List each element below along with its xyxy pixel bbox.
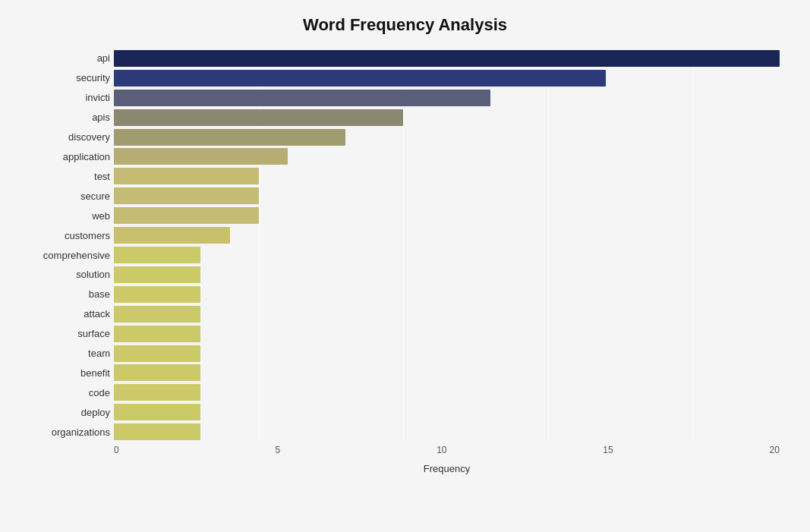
bar-label: customers [15,230,110,241]
bar-row: code [114,382,780,402]
bar-label: apis [15,112,110,123]
bar [114,168,259,184]
bar-row: customers [114,225,780,245]
bar-row: apis [114,108,780,127]
bar-label: application [15,151,110,162]
bar-row: comprehensive [114,245,780,265]
bar-row: web [114,206,780,225]
bar [114,148,288,165]
bar-row: base [114,285,780,304]
bar-row: test [114,166,780,186]
bar [114,404,200,420]
bar [114,286,200,303]
bar-row: deploy [114,402,780,422]
bar-row: api [114,49,780,68]
chart-title: Word Frequency Analysis [15,15,795,35]
x-tick-label: 15 [603,445,613,460]
bar-label: secure [15,190,110,202]
bar-row: invicti [114,88,780,108]
x-tick-label: 0 [114,445,119,460]
bar-label: team [15,348,110,359]
bar [114,423,200,440]
chart-container: Word Frequency Analysis apisecurityinvic… [0,0,810,532]
x-tick-label: 5 [276,445,281,460]
bar [114,384,200,401]
bar-row: surface [114,324,780,344]
bar [114,345,200,362]
bar [114,70,606,87]
rows-area: apisecurityinvictiapisdiscoveryapplicati… [15,49,795,442]
bar [114,306,200,323]
bar-row: discovery [114,127,780,147]
bar [114,364,200,381]
bar-label: attack [15,308,110,320]
bar [114,227,230,244]
bar-label: comprehensive [15,250,110,261]
bar-row: organizations [114,422,780,442]
bar [114,207,259,224]
x-axis-label: Frequency [114,463,780,474]
bar-label: code [15,387,110,398]
x-tick-label: 20 [770,445,780,460]
x-axis: 05101520 Frequency [15,445,795,474]
bar-label: base [15,288,110,300]
bar-row: security [114,68,780,88]
bar [114,129,345,146]
bar-label: deploy [15,407,110,418]
x-tick-label: 10 [437,445,446,460]
bar-label: surface [15,328,110,339]
chart-area: apisecurityinvictiapisdiscoveryapplicati… [15,49,795,474]
bar-row: application [114,147,780,167]
bar-row: team [114,344,780,364]
bar [114,326,200,342]
bar-label: invicti [15,92,110,103]
bar-label: organizations [15,427,110,438]
bar [114,187,259,204]
bar-row: solution [114,265,780,285]
bar-label: solution [15,269,110,280]
bar-row: attack [114,304,780,324]
bar [114,50,780,67]
bar-row: secure [114,186,780,206]
bar [114,266,200,283]
bar-label: security [15,72,110,83]
bar-label: web [15,210,110,222]
bar-label: test [15,171,110,182]
bar [114,247,200,263]
bar-label: api [15,52,110,64]
bar-label: discovery [15,131,110,143]
bar [114,109,403,126]
bar-row: benefit [114,364,780,383]
bar [114,90,490,106]
x-ticks: 05101520 [114,445,780,460]
bar-label: benefit [15,367,110,379]
